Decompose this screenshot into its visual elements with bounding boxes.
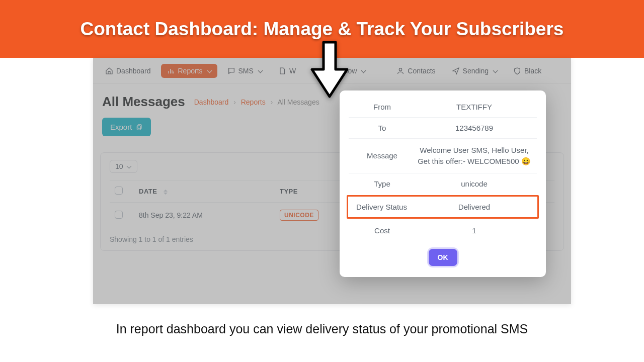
- page-title: All Messages: [102, 94, 185, 110]
- to-value: 123456789: [414, 124, 535, 132]
- col-type[interactable]: TYPE: [280, 188, 298, 195]
- sort-icon[interactable]: [164, 190, 168, 195]
- nav-black-label: Black: [524, 67, 541, 75]
- modal-row-delivery-status: Delivery Status Delivered: [347, 195, 539, 219]
- nav-contacts-label: Contacts: [408, 67, 435, 75]
- send-icon: [452, 67, 460, 75]
- document-icon: [278, 67, 286, 75]
- message-label: Message: [351, 151, 414, 160]
- delivery-status-value: Delivered: [413, 203, 535, 211]
- export-button-label: Export: [110, 123, 132, 131]
- banner-title: Contact Dashboard: Manage & Track Your S…: [80, 19, 564, 40]
- chevron-down-icon: [206, 67, 211, 75]
- delivery-status-label: Delivery Status: [350, 203, 413, 211]
- svg-rect-1: [138, 124, 141, 128]
- message-value: Welcome User SMS, Hello User, Get this o…: [414, 145, 535, 167]
- select-all-checkbox[interactable]: [115, 187, 123, 195]
- chevron-down-icon: [127, 164, 132, 169]
- nav-sending[interactable]: Sending: [446, 64, 503, 78]
- modal-row-cost: Cost 1: [349, 220, 537, 241]
- svg-point-0: [399, 68, 402, 70]
- modal-row-type: Type unicode: [349, 173, 537, 194]
- modal-row-message: Message Welcome User SMS, Hello User, Ge…: [349, 138, 537, 173]
- nav-sending-label: Sending: [463, 67, 489, 75]
- nav-dashboard[interactable]: Dashboard: [99, 64, 157, 78]
- export-button[interactable]: Export: [102, 118, 151, 136]
- nav-flow-a-label: W: [289, 67, 296, 75]
- down-arrow-icon: [307, 40, 352, 101]
- from-label: From: [351, 103, 414, 111]
- nav-contacts[interactable]: Contacts: [390, 64, 441, 78]
- from-value: TEXTIFFY: [414, 103, 535, 111]
- type-label: Type: [351, 179, 414, 188]
- nav-flow-a[interactable]: W: [272, 64, 302, 78]
- chevron-down-icon: [492, 67, 497, 75]
- chevron-down-icon: [257, 67, 262, 75]
- shield-icon: [513, 67, 521, 75]
- ok-button[interactable]: OK: [429, 249, 457, 266]
- user-icon: [396, 67, 405, 75]
- bar-chart-icon: [167, 67, 175, 75]
- nav-reports-label: Reports: [178, 67, 203, 75]
- row-checkbox[interactable]: [115, 211, 123, 219]
- nav-black[interactable]: Black: [507, 64, 547, 78]
- nav-dashboard-label: Dashboard: [116, 67, 151, 75]
- page-size-select[interactable]: 10: [110, 160, 137, 173]
- chevron-right-icon: ›: [233, 98, 236, 106]
- copy-icon: [136, 124, 143, 131]
- crumb-reports[interactable]: Reports: [241, 98, 266, 106]
- type-value: unicode: [414, 179, 535, 188]
- page-size-value: 10: [115, 162, 123, 170]
- cost-value: 1: [414, 226, 535, 235]
- chevron-right-icon: ›: [271, 98, 273, 106]
- nav-reports[interactable]: Reports: [161, 64, 217, 78]
- nav-sms[interactable]: SMS: [221, 64, 268, 78]
- nav-sms-label: SMS: [238, 67, 254, 75]
- home-icon: [105, 67, 113, 75]
- cost-label: Cost: [351, 226, 414, 235]
- message-detail-modal: From TEXTIFFY To 123456789 Message Welco…: [340, 90, 546, 277]
- modal-row-from: From TEXTIFFY: [349, 97, 537, 117]
- caption-text: In report dashboard you can view deliver…: [0, 322, 644, 336]
- col-date[interactable]: DATE: [139, 188, 157, 195]
- breadcrumb: Dashboard › Reports › All Messages: [194, 98, 319, 106]
- modal-row-to: To 123456789: [349, 117, 537, 138]
- type-badge: UNICODE: [280, 210, 318, 221]
- chat-icon: [227, 67, 235, 75]
- crumb-dashboard[interactable]: Dashboard: [194, 98, 229, 106]
- to-label: To: [351, 124, 414, 132]
- row-date: 8th Sep 23, 9:22 AM: [134, 203, 275, 228]
- svg-rect-2: [137, 126, 141, 130]
- chevron-down-icon: [360, 67, 365, 75]
